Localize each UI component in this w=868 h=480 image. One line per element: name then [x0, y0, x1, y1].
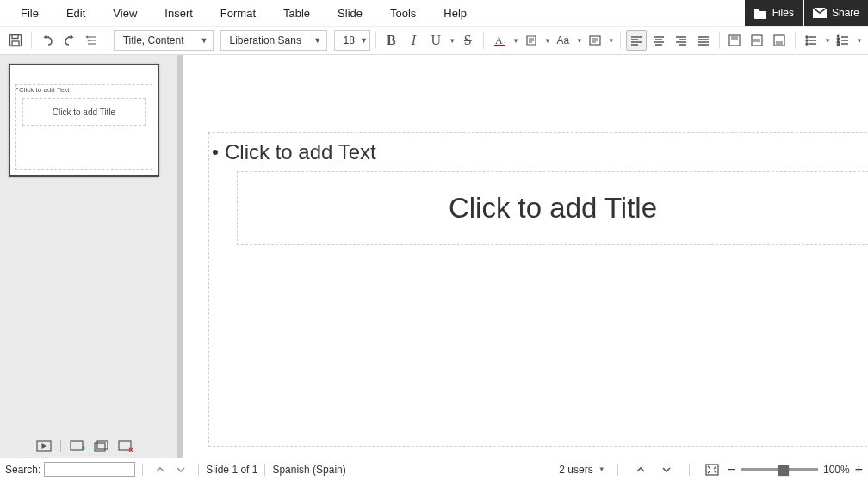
menu-slide[interactable]: Slide	[324, 2, 376, 25]
mail-icon	[813, 8, 827, 18]
start-presentation-button[interactable]	[36, 440, 52, 452]
new-slide-button[interactable]	[70, 440, 85, 452]
numbering-dropdown[interactable]: ▼	[856, 37, 863, 45]
content-placeholder[interactable]: Click to add Text Click to add Title	[208, 132, 868, 447]
save-button[interactable]	[5, 30, 26, 51]
zoom-in-button[interactable]: +	[855, 462, 863, 477]
title-placeholder[interactable]: Click to add Title	[237, 171, 868, 245]
strikethrough-button[interactable]: S	[457, 30, 478, 51]
search-prev-button[interactable]	[150, 459, 170, 480]
font-combo[interactable]: Liberation Sans ▼	[220, 30, 328, 51]
align-right-icon	[674, 34, 688, 47]
character-dropdown[interactable]: ▼	[576, 37, 583, 45]
delete-slide-button[interactable]	[118, 440, 133, 452]
chevron-down-icon	[661, 465, 672, 475]
menu-edit[interactable]: Edit	[53, 2, 99, 25]
slide-thumbnail-1[interactable]: Click to add Text Click to add Title	[9, 64, 159, 177]
bullet-icon	[213, 150, 218, 155]
zoom-slider[interactable]	[741, 468, 818, 471]
next-slide-button[interactable]	[656, 459, 677, 480]
outline-icon	[85, 34, 99, 47]
svg-text:A: A	[495, 34, 503, 46]
menu-view[interactable]: View	[99, 2, 151, 25]
chevron-down-icon[interactable]: ▼	[598, 465, 605, 473]
language-indicator[interactable]: Spanish (Spain)	[272, 464, 345, 476]
chevron-down-icon: ▼	[200, 36, 208, 45]
chevron-up-icon	[636, 465, 646, 475]
align-justify-button[interactable]	[693, 30, 714, 51]
underline-button[interactable]: U	[425, 30, 446, 51]
outline-button[interactable]	[82, 30, 102, 51]
numbering-button[interactable]: 123	[833, 30, 853, 51]
redo-button[interactable]	[59, 30, 80, 51]
files-button[interactable]: Files	[745, 0, 803, 26]
layout-combo-value: Title, Content	[123, 34, 184, 46]
font-size-combo[interactable]: 18 ▼	[334, 30, 370, 51]
align-left-icon	[629, 34, 643, 47]
svg-rect-3	[12, 41, 19, 46]
separator	[689, 464, 690, 476]
slide-canvas[interactable]: Click to add Text Click to add Title	[183, 55, 868, 458]
new-slide-icon	[70, 440, 85, 452]
svg-rect-8	[752, 35, 762, 46]
valign-bottom-button[interactable]	[769, 30, 790, 51]
valign-top-button[interactable]	[724, 30, 745, 51]
zoom-value[interactable]: 100%	[823, 464, 850, 476]
svg-point-11	[806, 40, 808, 41]
folder-icon	[753, 8, 767, 19]
align-right-button[interactable]	[671, 30, 691, 51]
spacing-button[interactable]	[585, 30, 605, 51]
separator	[617, 464, 618, 476]
align-left-button[interactable]	[626, 30, 647, 51]
share-button[interactable]: Share	[804, 0, 868, 26]
menu-format[interactable]: Format	[207, 2, 270, 25]
prev-slide-button[interactable]	[630, 459, 651, 480]
valign-middle-icon	[750, 34, 764, 47]
layout-combo[interactable]: Title, Content ▼	[114, 30, 214, 51]
align-center-button[interactable]	[648, 30, 669, 51]
users-indicator[interactable]: 2 users	[559, 464, 592, 476]
bold-button[interactable]: B	[381, 30, 401, 51]
undo-button[interactable]	[37, 30, 58, 51]
menu-insert[interactable]: Insert	[151, 2, 207, 25]
bullets-button[interactable]	[801, 30, 822, 51]
slide-count: Slide 1 of 1	[206, 464, 257, 476]
search-next-button[interactable]	[170, 459, 191, 480]
font-color-button[interactable]: A	[489, 30, 510, 51]
content-placeholder-text: Click to add Text	[225, 140, 376, 164]
menu-tools[interactable]: Tools	[376, 2, 430, 25]
menu-file[interactable]: File	[7, 2, 53, 25]
svg-point-10	[806, 36, 808, 38]
save-icon	[9, 34, 22, 47]
editor-area: Click to add Text Click to add Title	[178, 55, 868, 458]
highlight-dropdown[interactable]: ▼	[544, 37, 551, 45]
italic-button[interactable]: I	[403, 30, 424, 51]
align-center-icon	[652, 34, 666, 47]
duplicate-slide-button[interactable]	[94, 440, 109, 452]
align-justify-icon	[697, 34, 710, 47]
separator	[719, 32, 720, 49]
fit-icon	[705, 464, 719, 476]
svg-rect-2	[12, 35, 18, 39]
menu-table[interactable]: Table	[270, 2, 324, 25]
bullets-dropdown[interactable]: ▼	[824, 37, 831, 45]
search-input[interactable]	[44, 462, 135, 477]
zoom-out-button[interactable]: −	[728, 462, 735, 477]
menu-help[interactable]: Help	[430, 2, 480, 25]
spacing-dropdown[interactable]: ▼	[608, 37, 615, 45]
separator	[108, 32, 108, 49]
character-button[interactable]: Aa	[553, 30, 574, 51]
separator	[264, 464, 265, 476]
font-color-icon: A	[493, 34, 506, 47]
zoom-slider-thumb[interactable]	[778, 465, 789, 476]
highlight-button[interactable]	[521, 30, 542, 51]
chevron-up-icon	[155, 465, 165, 475]
font-color-dropdown[interactable]: ▼	[512, 37, 519, 45]
valign-top-icon	[728, 34, 741, 47]
separator	[620, 32, 621, 49]
valign-middle-button[interactable]	[747, 30, 767, 51]
fit-slide-button[interactable]	[702, 459, 722, 480]
statusbar: Search: Slide 1 of 1 Spanish (Spain) 2 u…	[0, 458, 868, 480]
underline-dropdown[interactable]: ▼	[449, 37, 456, 45]
separator	[198, 464, 199, 476]
